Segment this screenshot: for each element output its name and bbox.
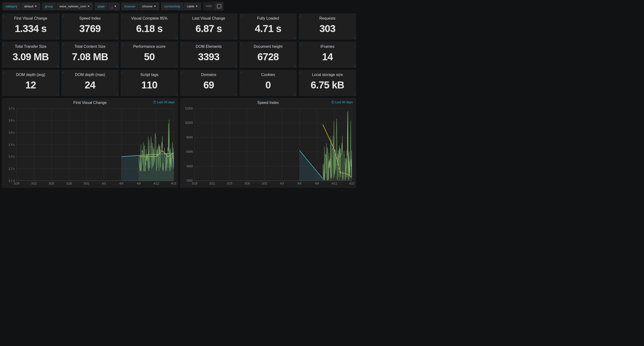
- info-icon[interactable]: i: [300, 71, 301, 74]
- stat-panel-first-visual-change[interactable]: iFirst Visual Change1.334 s: [2, 13, 60, 40]
- svg-text:3/25: 3/25: [227, 182, 232, 185]
- info-icon[interactable]: i: [241, 14, 242, 18]
- var-browser: browserchrome: [121, 3, 160, 10]
- stat-panel-dom-elements[interactable]: iDOM Elements3393: [180, 42, 238, 68]
- resize-handle-icon[interactable]: [353, 37, 356, 39]
- variable-toolbar: categorydefaultgroupwww_nytimes_compage_…: [0, 0, 358, 13]
- chart-body: 200040006000800010000120003/193/223/253/…: [182, 106, 354, 187]
- svg-text:4/12: 4/12: [154, 182, 159, 185]
- resize-handle-icon[interactable]: [175, 37, 178, 39]
- stat-panel-last-visual-change[interactable]: iLast Visual Change6.87 s: [180, 13, 238, 40]
- stat-panel-dom-depth-avg-[interactable]: iDOM depth (avg)12: [2, 70, 60, 96]
- stat-title: DOM Elements: [182, 45, 236, 49]
- info-icon[interactable]: i: [3, 14, 4, 18]
- svg-text:4/15: 4/15: [171, 182, 176, 185]
- stat-panel-requests[interactable]: iRequests303: [298, 13, 356, 40]
- resize-handle-icon[interactable]: [175, 65, 178, 67]
- var-value-category[interactable]: default: [21, 3, 40, 10]
- stat-title: Last Visual Change: [182, 16, 236, 21]
- stat-panel-iframes[interactable]: iIFrames14: [298, 42, 356, 68]
- info-icon[interactable]: i: [63, 14, 64, 18]
- runs-checkbox[interactable]: [215, 2, 224, 11]
- stat-title: Local storage size: [300, 73, 354, 77]
- stat-panel-performance-score[interactable]: iPerformance score50: [120, 42, 178, 68]
- stat-panel-document-height[interactable]: iDocument height6728: [240, 42, 297, 68]
- stat-panel-total-content-size[interactable]: iTotal Content Size7.08 MB: [61, 42, 119, 68]
- stat-panel-visual-complete-85-[interactable]: iVisual Complete 85%6.18 s: [120, 13, 178, 40]
- chart-panel-first-visual-change[interactable]: First Visual ChangeLast 30 days1.1 s1.2 …: [2, 98, 178, 188]
- resize-handle-icon[interactable]: [353, 65, 356, 67]
- info-icon[interactable]: i: [63, 43, 64, 46]
- caret-down-icon: [196, 6, 198, 7]
- chart-panel-speed-index[interactable]: Speed IndexLast 30 days20004000600080001…: [180, 98, 356, 188]
- var-label-page[interactable]: page: [94, 3, 108, 10]
- caret-down-icon: [114, 6, 116, 7]
- info-icon[interactable]: i: [3, 43, 4, 46]
- info-icon[interactable]: i: [241, 71, 242, 74]
- stat-title: Document height: [241, 45, 295, 49]
- stat-panel-domains[interactable]: iDomains69: [180, 70, 238, 96]
- info-icon[interactable]: i: [182, 43, 182, 46]
- stat-panel-cookies[interactable]: iCookies0: [240, 70, 297, 96]
- stat-title: Cookies: [241, 73, 295, 77]
- resize-handle-icon[interactable]: [116, 93, 118, 96]
- stat-panel-fully-loaded[interactable]: iFully Loaded4.71 s: [240, 13, 297, 40]
- stat-title: First Visual Change: [4, 16, 58, 21]
- caret-down-icon: [35, 6, 37, 7]
- stat-panel-speed-index[interactable]: iSpeed Index3769: [61, 13, 119, 40]
- info-icon[interactable]: i: [122, 71, 123, 74]
- resize-handle-icon[interactable]: [175, 93, 178, 96]
- svg-text:3/22: 3/22: [209, 182, 215, 185]
- resize-handle-icon[interactable]: [56, 65, 59, 67]
- stat-title: Total Content Size: [63, 45, 117, 49]
- chart-title: First Visual Change: [73, 101, 106, 105]
- resize-handle-icon[interactable]: [235, 37, 237, 39]
- resize-handle-icon[interactable]: [353, 93, 356, 96]
- info-icon[interactable]: i: [63, 71, 64, 74]
- info-icon[interactable]: i: [300, 43, 301, 46]
- resize-handle-icon[interactable]: [294, 65, 296, 67]
- svg-text:4/15: 4/15: [349, 182, 354, 185]
- svg-text:4/3: 4/3: [102, 182, 106, 185]
- var-label-browser[interactable]: browser: [121, 3, 138, 10]
- stat-panel-script-tags[interactable]: iScript tags110: [120, 70, 178, 96]
- info-icon[interactable]: i: [122, 14, 123, 18]
- svg-text:1.5 s: 1.5 s: [8, 131, 15, 134]
- resize-handle-icon[interactable]: [294, 93, 296, 96]
- svg-text:12000: 12000: [185, 107, 193, 110]
- svg-text:6000: 6000: [186, 150, 193, 153]
- stat-panel-total-transfer-size[interactable]: iTotal Transfer Size3.09 MB: [2, 42, 60, 68]
- var-value-browser[interactable]: chrome: [139, 3, 160, 10]
- chart-time-range[interactable]: Last 30 days: [153, 100, 175, 104]
- var-value-group[interactable]: www_nytimes_com: [56, 3, 93, 10]
- info-icon[interactable]: i: [300, 14, 301, 18]
- chart-svg: 200040006000800010000120003/193/223/253/…: [182, 106, 354, 187]
- var-value-connectivity[interactable]: cable: [184, 3, 201, 10]
- stat-title: Domains: [182, 73, 236, 77]
- info-icon[interactable]: i: [122, 43, 123, 46]
- stat-title: Performance score: [122, 45, 176, 49]
- var-label-category[interactable]: category: [2, 3, 20, 10]
- var-page: page_: [94, 3, 120, 10]
- resize-handle-icon[interactable]: [56, 93, 59, 96]
- resize-handle-icon[interactable]: [235, 93, 237, 96]
- stat-panel-local-storage-size[interactable]: iLocal storage size6.75 kB: [298, 70, 356, 96]
- var-label-group[interactable]: group: [42, 3, 56, 10]
- resize-handle-icon[interactable]: [56, 37, 59, 39]
- stat-panel-dom-depth-max-[interactable]: iDOM depth (max)24: [61, 70, 119, 96]
- resize-handle-icon[interactable]: [235, 65, 237, 67]
- resize-handle-icon[interactable]: [116, 65, 118, 67]
- info-icon[interactable]: i: [241, 43, 242, 46]
- stat-value: 7.08 MB: [63, 51, 117, 63]
- chart-time-range[interactable]: Last 30 days: [331, 100, 353, 104]
- resize-handle-icon[interactable]: [294, 37, 296, 39]
- var-label-connectivity[interactable]: connectivity: [161, 3, 183, 10]
- info-icon[interactable]: i: [182, 14, 182, 18]
- info-icon[interactable]: i: [182, 71, 182, 74]
- stat-title: DOM depth (avg): [4, 73, 58, 77]
- stat-value: 14: [300, 51, 354, 63]
- var-value-page[interactable]: _: [108, 3, 120, 10]
- clock-icon: [153, 101, 156, 104]
- info-icon[interactable]: i: [3, 71, 4, 74]
- resize-handle-icon[interactable]: [116, 37, 118, 39]
